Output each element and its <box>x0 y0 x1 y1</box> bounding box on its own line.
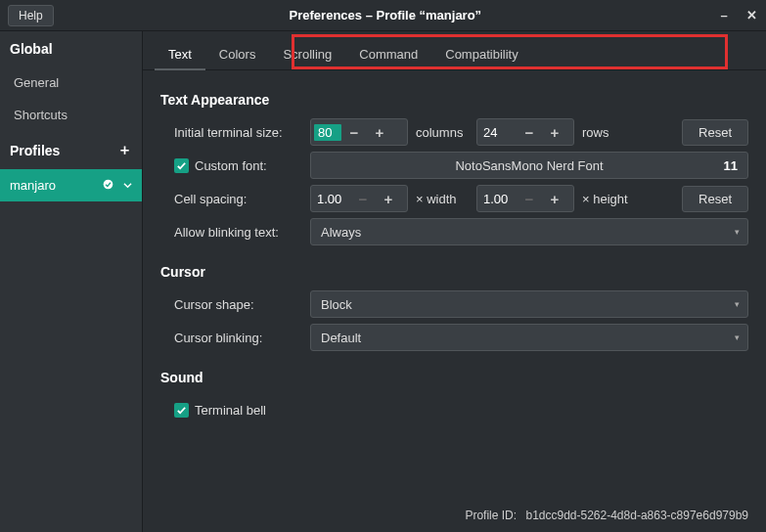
row-initial-size: Initial terminal size: − + columns − + r… <box>160 117 748 147</box>
row-custom-font: Custom font: NotoSansMono Nerd Font 11 <box>160 151 748 180</box>
close-icon[interactable]: ✕ <box>744 9 758 22</box>
columns-stepper[interactable]: − + <box>310 118 408 146</box>
cell-spacing-label: Cell spacing: <box>160 192 302 206</box>
tab-content: Text Appearance Initial terminal size: −… <box>143 70 766 532</box>
font-name: NotoSansMono Nerd Font <box>455 158 603 173</box>
window-controls: – ✕ <box>717 9 758 22</box>
columns-minus-icon[interactable]: − <box>341 124 367 141</box>
row-terminal-bell: Terminal bell <box>160 395 748 424</box>
custom-font-label: Custom font: <box>195 158 267 173</box>
section-text-appearance: Text Appearance <box>160 92 748 108</box>
custom-font-checkbox[interactable] <box>174 158 189 173</box>
container: Global General Shortcuts Profiles ＋ manj… <box>0 31 766 532</box>
row-allow-blinking: Allow blinking text: Always ▾ <box>160 217 748 246</box>
tab-colors[interactable]: Colors <box>205 39 270 69</box>
height-unit: × height <box>582 192 635 206</box>
add-profile-icon[interactable]: ＋ <box>117 141 132 159</box>
width-unit: × width <box>416 192 469 206</box>
sidebar-header-global: Global <box>0 31 142 66</box>
help-button[interactable]: Help <box>8 5 54 26</box>
window-title: Preferences – Profile “manjaro” <box>54 8 717 22</box>
allow-blinking-label: Allow blinking text: <box>160 225 302 240</box>
profile-id-footer: Profile ID: b1dcc9dd-5262-4d8d-a863-c897… <box>465 509 748 522</box>
sidebar-item-profile-manjaro[interactable]: manjaro <box>0 169 142 201</box>
tab-scrolling[interactable]: Scrolling <box>269 39 345 69</box>
active-profile-check-icon <box>103 178 113 193</box>
section-sound: Sound <box>160 370 748 385</box>
initial-size-label: Initial terminal size: <box>160 125 302 140</box>
terminal-bell-label: Terminal bell <box>195 403 266 418</box>
terminal-bell-checkbox[interactable] <box>174 403 189 418</box>
font-chooser-button[interactable]: NotoSansMono Nerd Font 11 <box>310 152 748 179</box>
height-minus-icon[interactable]: − <box>517 191 542 207</box>
width-input[interactable] <box>311 192 350 206</box>
rows-plus-icon[interactable]: + <box>542 124 567 141</box>
chevron-down-icon: ▾ <box>735 332 740 342</box>
height-stepper[interactable]: − + <box>476 185 574 212</box>
sidebar-header-profiles: Profiles ＋ <box>0 131 142 169</box>
columns-plus-icon[interactable]: + <box>367 124 392 141</box>
cursor-shape-value: Block <box>321 297 352 312</box>
chevron-down-icon: ▾ <box>735 299 740 309</box>
sidebar-item-shortcuts[interactable]: Shortcuts <box>0 99 142 131</box>
cursor-shape-label: Cursor shape: <box>160 297 302 312</box>
profile-name-label: manjaro <box>10 178 103 193</box>
reset-spacing-button[interactable]: Reset <box>682 186 748 212</box>
width-minus-icon[interactable]: − <box>350 191 376 207</box>
cursor-blinking-dropdown[interactable]: Default ▾ <box>310 324 748 351</box>
rows-unit: rows <box>582 125 635 140</box>
minimize-icon[interactable]: – <box>717 9 731 22</box>
profile-id-value: b1dcc9dd-5262-4d8d-a863-c897e6d979b9 <box>525 509 748 522</box>
chevron-down-icon: ▾ <box>735 227 740 237</box>
allow-blinking-value: Always <box>321 225 361 240</box>
row-cursor-blinking: Cursor blinking: Default ▾ <box>160 323 748 352</box>
svg-point-0 <box>104 180 113 190</box>
height-plus-icon[interactable]: + <box>542 191 567 207</box>
tabbar: Text Colors Scrolling Command Compatibil… <box>143 31 766 70</box>
font-size: 11 <box>724 158 738 173</box>
tab-compatibility[interactable]: Compatibility <box>431 39 531 69</box>
main-panel: Text Colors Scrolling Command Compatibil… <box>143 31 766 532</box>
columns-input[interactable] <box>314 124 341 141</box>
section-cursor: Cursor <box>160 264 748 280</box>
titlebar: Help Preferences – Profile “manjaro” – ✕ <box>0 0 766 31</box>
sidebar-item-general[interactable]: General <box>0 66 142 99</box>
cursor-blinking-label: Cursor blinking: <box>160 331 302 345</box>
height-input[interactable] <box>477 192 517 206</box>
rows-input[interactable] <box>477 125 517 140</box>
cursor-shape-dropdown[interactable]: Block ▾ <box>310 290 748 318</box>
allow-blinking-dropdown[interactable]: Always ▾ <box>310 218 748 245</box>
reset-size-button[interactable]: Reset <box>682 119 748 146</box>
tab-command[interactable]: Command <box>345 39 431 69</box>
columns-unit: columns <box>416 125 469 140</box>
rows-minus-icon[interactable]: − <box>517 124 542 141</box>
width-stepper[interactable]: − + <box>310 185 408 212</box>
row-cell-spacing: Cell spacing: − + × width − + × height R… <box>160 184 748 213</box>
tab-text[interactable]: Text <box>155 39 205 69</box>
cursor-blinking-value: Default <box>321 331 361 345</box>
sidebar: Global General Shortcuts Profiles ＋ manj… <box>0 31 143 532</box>
row-cursor-shape: Cursor shape: Block ▾ <box>160 289 748 319</box>
width-plus-icon[interactable]: + <box>376 191 401 207</box>
profile-id-label: Profile ID: <box>465 509 517 522</box>
profiles-label: Profiles <box>10 143 60 158</box>
profile-menu-chevron-icon[interactable] <box>123 178 132 193</box>
rows-stepper[interactable]: − + <box>476 118 574 146</box>
